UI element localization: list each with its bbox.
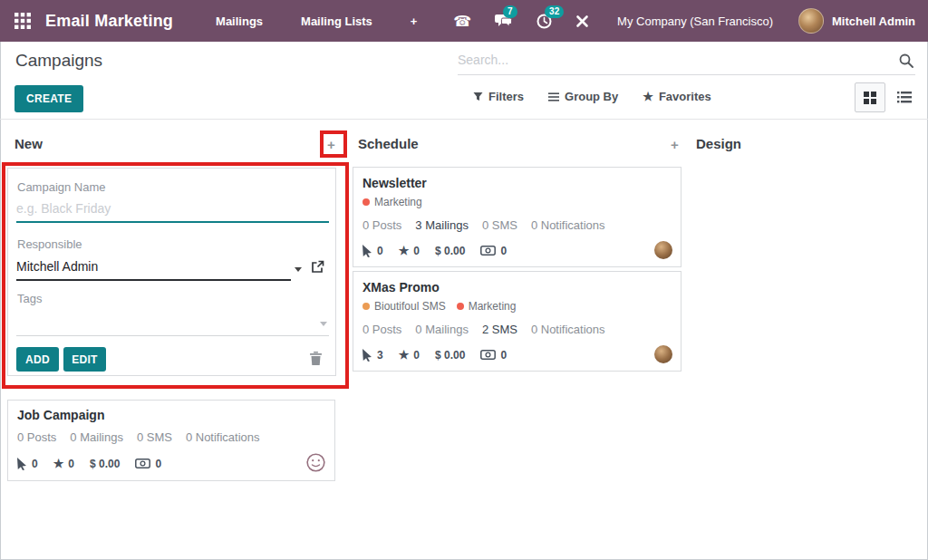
group-by-icon (548, 92, 559, 101)
campaign-name-input[interactable] (16, 201, 329, 223)
kpi-clicks: 0 (362, 245, 383, 257)
column-title-schedule: Schedule (358, 136, 419, 151)
edit-button[interactable]: EDIT (63, 347, 106, 372)
card-kpis: 0 ★ 0 $ 0.00 0 (362, 244, 507, 257)
tags-input[interactable] (16, 315, 329, 336)
campaign-card-job-campaign[interactable]: Job Campaign 0 Posts 0 Mailings 0 SMS 0 … (7, 400, 335, 481)
stat-sms[interactable]: 2 SMS (482, 323, 517, 336)
group-by-menu[interactable]: Group By (548, 90, 618, 103)
money-bill-icon (135, 459, 150, 468)
responsible-label: Responsible (17, 237, 82, 251)
kpi-revenue: $ 0.00 (435, 349, 465, 362)
kpi-revenue: $ 0.00 (90, 458, 120, 470)
responsible-avatar (654, 345, 672, 363)
cursor-icon (362, 349, 372, 362)
activities-clock-icon[interactable]: 32 (525, 14, 564, 29)
filter-bar: Filters Group By ★ Favorites (473, 90, 711, 103)
app-title[interactable]: Email Marketing (45, 12, 173, 31)
favorites-menu[interactable]: ★ Favorites (643, 90, 710, 103)
external-link-icon[interactable] (311, 260, 324, 274)
tag-bioutifoul-sms: Bioutifoul SMS (362, 300, 446, 313)
top-navbar: Email Marketing Mailings Mailing Lists +… (0, 0, 928, 42)
star-icon: ★ (399, 244, 410, 257)
kpi-revenue: $ 0.00 (435, 245, 465, 257)
tag-color-dot (362, 198, 370, 206)
add-button[interactable]: ADD (16, 347, 59, 372)
user-menu[interactable]: Mitchell Admin (832, 14, 915, 28)
card-stats: 0 Posts 3 Mailings 0 SMS 0 Notifications (362, 218, 605, 232)
card-title: XMas Promo (362, 280, 440, 294)
cursor-icon (362, 245, 372, 257)
stat-sms[interactable]: 0 SMS (137, 430, 172, 444)
stat-sms[interactable]: 0 SMS (482, 218, 517, 232)
smiley-avatar-icon (306, 453, 325, 472)
tag-marketing: Marketing (362, 196, 422, 208)
view-switcher (855, 82, 916, 112)
responsible-input[interactable] (16, 259, 291, 281)
campaign-card-newsletter[interactable]: Newsletter Marketing 0 Posts 3 Mailings … (353, 167, 682, 267)
topbar-right-cluster: ☎ 7 32 My Company (San Francisc (441, 8, 915, 34)
trash-icon[interactable] (310, 352, 322, 365)
stat-mailings[interactable]: 0 Mailings (70, 430, 123, 444)
kpi-quality: ★ 0 (53, 457, 74, 470)
search-bar (458, 49, 915, 75)
card-stats: 0 Posts 0 Mailings 0 SMS 0 Notifications (17, 430, 260, 444)
star-icon: ★ (643, 90, 653, 103)
cursor-icon (17, 458, 27, 470)
card-title: Job Campaign (17, 408, 104, 422)
card-tags: Marketing (362, 196, 422, 208)
new-column-add-icon[interactable]: + (327, 138, 335, 151)
stat-mailings[interactable]: 3 Mailings (415, 218, 469, 232)
card-kpis: 0 ★ 0 $ 0.00 0 (17, 457, 161, 470)
campaign-card-xmas-promo[interactable]: XMas Promo Bioutifoul SMS Marketing 0 Po… (353, 271, 682, 372)
activities-badge: 32 (545, 5, 564, 18)
company-switcher[interactable]: My Company (San Francisco) (617, 14, 773, 28)
stat-posts[interactable]: 0 Posts (17, 430, 56, 444)
menu-mailings[interactable]: Mailings (197, 14, 282, 28)
page-title: Campaigns (15, 51, 102, 71)
create-button[interactable]: CREATE (14, 85, 83, 112)
apps-grid-icon[interactable] (11, 9, 34, 33)
search-input[interactable] (458, 49, 884, 71)
money-bill-icon (480, 350, 496, 360)
menu-mailing-lists[interactable]: Mailing Lists (282, 14, 392, 28)
kpi-quotations: 0 (480, 349, 507, 362)
menu-add-plus[interactable]: + (392, 14, 437, 28)
kpi-clicks: 0 (17, 458, 38, 470)
campaign-name-label: Campaign Name (17, 180, 106, 194)
column-title-design: Design (696, 136, 741, 151)
tag-color-dot (457, 303, 464, 310)
stat-posts[interactable]: 0 Posts (362, 218, 401, 232)
card-title: Newsletter (362, 176, 427, 190)
schedule-column-add-icon[interactable]: + (671, 138, 679, 151)
funnel-icon (473, 92, 483, 101)
kanban-view-button[interactable] (855, 82, 885, 112)
search-icon[interactable] (899, 53, 914, 68)
card-kpis: 3 ★ 0 $ 0.00 0 (362, 348, 507, 362)
favorites-label: Favorites (659, 90, 711, 103)
card-stats: 0 Posts 0 Mailings 2 SMS 0 Notifications (362, 323, 605, 336)
stat-mailings[interactable]: 0 Mailings (415, 323, 469, 336)
stat-notifications[interactable]: 0 Notifications (186, 430, 260, 444)
phone-icon[interactable]: ☎ (441, 13, 483, 30)
tags-dropdown-caret-icon[interactable] (320, 322, 327, 326)
filters-menu[interactable]: Filters (473, 90, 524, 103)
star-icon: ★ (53, 457, 64, 470)
stat-posts[interactable]: 0 Posts (362, 323, 401, 336)
kpi-clicks: 3 (362, 349, 383, 362)
tag-color-dot (362, 303, 370, 310)
responsible-avatar (654, 241, 672, 259)
group-by-label: Group By (565, 90, 618, 103)
kpi-quotations: 0 (135, 458, 161, 470)
messages-icon[interactable]: 7 (483, 14, 525, 28)
user-avatar[interactable] (798, 8, 824, 34)
stat-notifications[interactable]: 0 Notifications (531, 323, 605, 336)
kpi-quotations: 0 (480, 245, 507, 257)
list-view-button[interactable] (893, 83, 916, 111)
responsible-dropdown-caret-icon[interactable] (295, 267, 302, 272)
star-icon: ★ (399, 348, 410, 362)
tags-label: Tags (17, 292, 42, 305)
stat-notifications[interactable]: 0 Notifications (531, 218, 605, 232)
tools-icon[interactable] (564, 14, 601, 28)
tag-marketing: Marketing (457, 300, 517, 313)
